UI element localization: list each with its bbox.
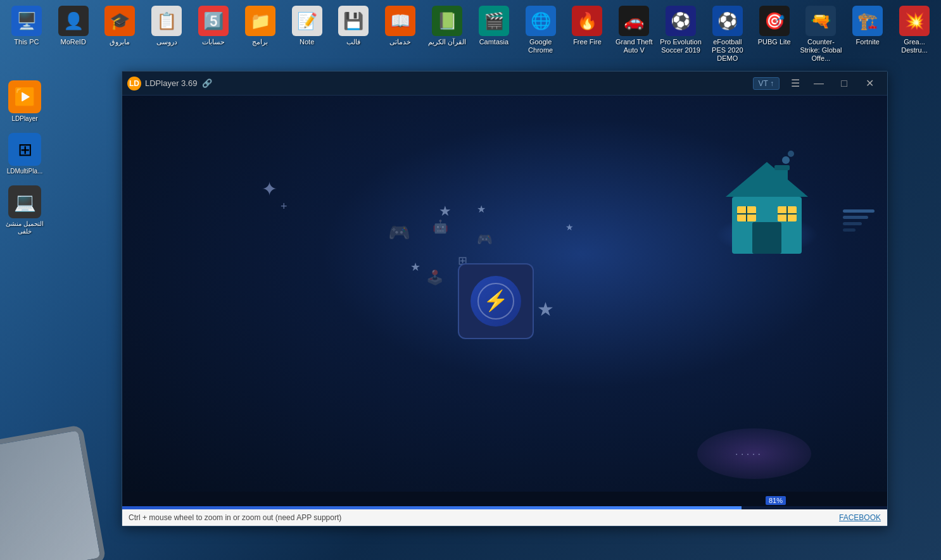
house-svg	[697, 134, 837, 273]
desktop-icon-mabrou9[interactable]: 🎓مابروق	[97, 3, 144, 66]
title-bar: LD LDPlayer 3.69 🔗 VT ↑ ☰ — □ ✕	[122, 72, 887, 96]
desktop-icon-label-barameg: برامج	[252, 38, 268, 46]
desktop-icon-img-barameg: 📁	[245, 6, 275, 36]
star-5: ★	[537, 298, 554, 320]
desktop-icon-qalib[interactable]: 💾قالب	[331, 3, 377, 66]
app-cube-svg: ⚡	[477, 282, 515, 320]
dots-row: · · · · ·	[735, 449, 761, 460]
vt-button[interactable]: VT ↑	[753, 77, 780, 90]
app-cube-container: ⚡	[458, 263, 534, 339]
title-bar-link-icon[interactable]: 🔗	[202, 78, 212, 88]
star-2: ★	[410, 260, 420, 274]
desktop-icon-csgo[interactable]: 🔫Counter-Strike: Global Offe...	[798, 3, 845, 66]
desktop-icon-label-pes2020: eFootball PES 2020 DEMO	[705, 38, 750, 63]
desktop-icon-fortnite[interactable]: 🏗️Fortnite	[844, 3, 891, 66]
desktop-icon-camtasia[interactable]: 🎬Camtasia	[470, 3, 517, 66]
desktop-icon-img-freefire: 🔥	[572, 6, 602, 36]
desktop-icon-img-note: 📝	[292, 6, 322, 36]
sidebar-icon-img-ldmultiplayer: ⊞	[8, 133, 41, 166]
svg-marker-4	[726, 162, 808, 197]
desktop-icon-img-hesabat: 5️⃣	[198, 6, 229, 36]
desktop-icon-label-daroosy: دروسى	[156, 38, 177, 46]
svg-point-15	[788, 151, 794, 157]
desktop-icon-note[interactable]: 📝Note	[284, 3, 331, 66]
desktop-icon-img-mo-reid: 👤	[58, 6, 89, 36]
tablet-decorative	[0, 425, 106, 560]
desktop-icon-quran[interactable]: 📗القرآن الكريم	[424, 3, 470, 66]
svg-rect-6	[774, 165, 790, 170]
float-gamepad-2: 🕹️	[426, 270, 443, 286]
desktop-icon-img-csgo: 🔫	[805, 6, 836, 36]
desktop-icon-chrome[interactable]: 🌐Google Chrome	[517, 3, 564, 66]
desktop-icon-img-khidamaty: 📖	[385, 6, 415, 36]
desktop-icon-great-destructor[interactable]: 💥Grea... Destru...	[891, 3, 938, 66]
sidebar-icon-label-install: التحميل منشئ خلفى	[5, 220, 44, 235]
desktop-icon-gta[interactable]: 🚗Grand Theft Auto V	[610, 3, 657, 66]
desktop-icon-label-fortnite: Fortnite	[856, 38, 880, 46]
desktop-icon-img-quran: 📗	[432, 6, 462, 36]
desktop-icon-this-pc[interactable]: 🖥️This PC	[3, 3, 50, 66]
desktop-icon-img-camtasia: 🎬	[479, 6, 509, 36]
desktop-icon-label-chrome: Google Chrome	[519, 38, 563, 54]
sidebar-icons: ▶️LDPlayer⊞LDMultiPla...💻التحميل منشئ خل…	[0, 73, 49, 243]
desktop-icon-label-csgo: Counter-Strike: Global Offe...	[799, 38, 843, 63]
desktop-icon-daroosy[interactable]: 📋دروسى	[143, 3, 190, 66]
facebook-link[interactable]: FACEBOOK	[839, 513, 881, 522]
desktop-icon-label-gta: Grand Theft Auto V	[612, 38, 656, 54]
sidebar-icon-ldplayer[interactable]: ▶️LDPlayer	[4, 78, 46, 125]
desktop-icon-label-hesabat: حسابات	[202, 38, 225, 46]
desktop-icon-barameg[interactable]: 📁برامج	[237, 3, 284, 66]
float-controller: 🎮	[477, 232, 493, 247]
desktop-icon-img-gta: 🚗	[619, 6, 649, 36]
desktop-icon-label-mo-reid: MoReID	[61, 38, 86, 46]
desktop-icon-hesabat[interactable]: 5️⃣حسابات	[190, 3, 237, 66]
close-button[interactable]: ✕	[857, 72, 882, 96]
desktop-icon-label-quran: القرآن الكريم	[428, 38, 466, 46]
svg-rect-5	[776, 168, 788, 190]
desktop-icon-img-mabrou9: 🎓	[104, 6, 135, 36]
star-6: ★	[565, 222, 574, 232]
app-cube-icon: ⚡	[470, 276, 521, 327]
desktop-icon-freefire[interactable]: 🔥Free Fire	[564, 3, 611, 66]
desktop-icon-label-mabrou9: مابروق	[110, 38, 130, 46]
desktop: 🖥️This PC👤MoReID🎓مابروق📋دروسى5️⃣حسابات📁ب…	[0, 0, 941, 560]
ldplayer-window: LD LDPlayer 3.69 🔗 VT ↑ ☰ — □ ✕ ✦ + 🎮 🕹️…	[122, 71, 888, 526]
star-3: ★	[477, 203, 486, 215]
svg-rect-7	[752, 222, 781, 254]
desktop-icon-img-pes2019: ⚽	[666, 6, 696, 36]
sidebar-icon-img-ldplayer: ▶️	[8, 80, 41, 113]
desktop-icon-label-pubg: PUBG Lite	[758, 38, 791, 46]
desktop-icon-pes2020[interactable]: ⚽eFootball PES 2020 DEMO	[704, 3, 751, 66]
ldplayer-logo: LD	[127, 77, 141, 90]
desktop-icon-pubg[interactable]: 🎯PUBG Lite	[751, 3, 798, 66]
desktop-icon-label-qalib: قالب	[346, 38, 360, 46]
desktop-icon-label-note: Note	[300, 38, 314, 46]
house-container	[697, 134, 837, 275]
loading-scene: ✦ + 🎮 🕹️ 🤖 ⊞ 🎮 ★ ★ ★ ★ ★ ★	[122, 96, 887, 492]
desktop-icon-khidamaty[interactable]: 📖خدماتى	[377, 3, 424, 66]
desktop-icon-img-fortnite: 🏗️	[852, 6, 883, 36]
float-gamepad-1: 🎮	[388, 222, 410, 243]
house-dashes	[843, 209, 875, 232]
desktop-icon-label-pes2019: Pro Evolution Soccer 2019	[659, 38, 703, 54]
bottom-bar-hint: Ctrl + mouse wheel to zoom in or zoom ou…	[129, 513, 341, 522]
desktop-icon-pes2019[interactable]: ⚽Pro Evolution Soccer 2019	[657, 3, 704, 66]
star-1: ★	[439, 203, 452, 220]
menu-button[interactable]: ☰	[785, 72, 806, 96]
plus-deco-2: +	[281, 200, 287, 213]
minimize-button[interactable]: —	[806, 72, 831, 96]
emulator-content: ✦ + 🎮 🕹️ 🤖 ⊞ 🎮 ★ ★ ★ ★ ★ ★	[122, 96, 887, 492]
desktop-icon-mo-reid[interactable]: 👤MoReID	[50, 3, 97, 66]
sidebar-icon-install[interactable]: 💻التحميل منشئ خلفى	[4, 183, 46, 238]
sidebar-icon-ldmultiplayer[interactable]: ⊞LDMultiPla...	[4, 130, 46, 178]
float-android: 🤖	[433, 219, 448, 234]
desktop-icon-img-great-destructor: 💥	[899, 6, 930, 36]
sidebar-icon-label-ldmultiplayer: LDMultiPla...	[7, 168, 43, 175]
svg-point-14	[782, 156, 790, 164]
desktop-icon-label-this-pc: This PC	[14, 38, 39, 46]
title-bar-title: LDPlayer 3.69	[145, 78, 197, 88]
desktop-icons-row: 🖥️This PC👤MoReID🎓مابروق📋دروسى5️⃣حسابات📁ب…	[0, 0, 941, 70]
desktop-icon-img-pes2020: ⚽	[712, 6, 743, 36]
app-cube: ⚡	[458, 263, 534, 339]
maximize-button[interactable]: □	[831, 72, 857, 96]
